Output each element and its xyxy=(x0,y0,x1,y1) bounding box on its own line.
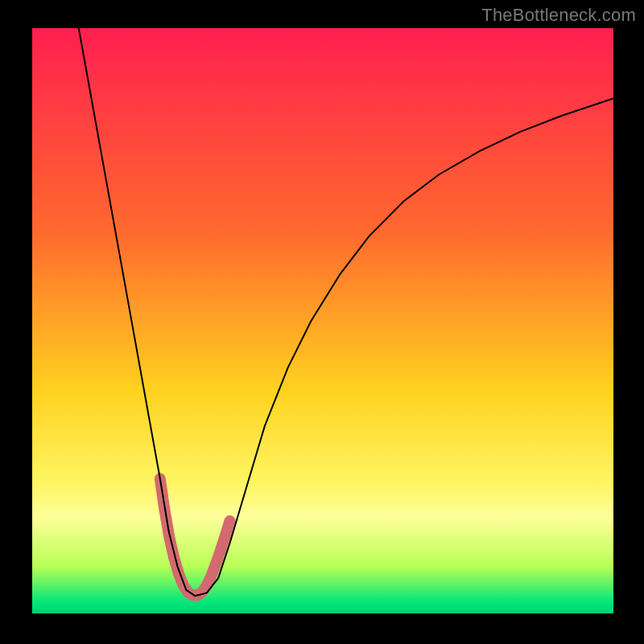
plot-background xyxy=(32,28,613,613)
watermark-text: TheBottleneck.com xyxy=(481,5,636,26)
bottleneck-chart xyxy=(0,0,644,644)
chart-frame: TheBottleneck.com xyxy=(0,0,644,644)
